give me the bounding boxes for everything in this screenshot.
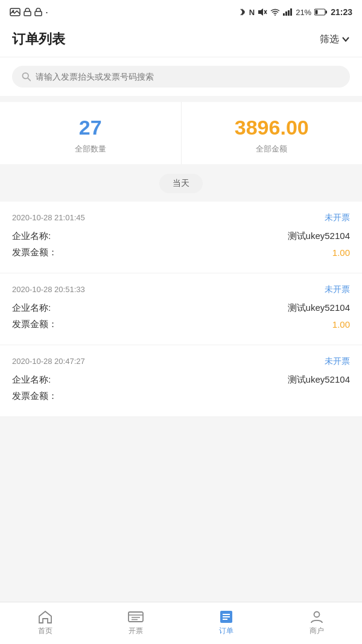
status-dot: · bbox=[45, 6, 48, 19]
page-header: 订单列表 筛选 bbox=[0, 22, 362, 57]
stat-count: 27 全部数量 bbox=[0, 102, 181, 164]
order-company-label: 企业名称: bbox=[12, 231, 51, 242]
svg-rect-17 bbox=[129, 612, 143, 622]
mute-icon bbox=[258, 8, 267, 16]
filter-tag-section: 当天 bbox=[0, 164, 362, 198]
nfc-icon: N bbox=[249, 8, 255, 17]
wifi-icon bbox=[270, 8, 280, 16]
svg-rect-3 bbox=[35, 11, 42, 16]
stat-count-label: 全部数量 bbox=[75, 144, 106, 155]
order-company-value: 测试ukey52104 bbox=[288, 231, 350, 242]
order-item[interactable]: 2020-10-28 21:01:45 未开票 企业名称: 测试ukey5210… bbox=[0, 202, 362, 273]
ticket-icon bbox=[128, 610, 144, 623]
order-status: 未开票 bbox=[325, 284, 350, 295]
filter-button[interactable]: 筛选 bbox=[320, 33, 350, 46]
svg-rect-2 bbox=[24, 11, 31, 16]
order-company-value: 测试ukey52104 bbox=[288, 374, 350, 386]
order-amount-value: 1.00 bbox=[332, 247, 350, 258]
lock1-icon bbox=[24, 8, 31, 16]
search-icon bbox=[22, 72, 31, 81]
nav-item-ticket[interactable]: 开票 bbox=[91, 602, 181, 644]
nav-item-home[interactable]: 首页 bbox=[0, 602, 91, 644]
status-time: 21:23 bbox=[331, 7, 352, 17]
battery-icon bbox=[314, 8, 328, 16]
order-item[interactable]: 2020-10-28 20:51:33 未开票 企业名称: 测试ukey5210… bbox=[0, 273, 362, 345]
nav-item-merchant[interactable]: 商户 bbox=[272, 602, 362, 644]
home-icon bbox=[38, 610, 52, 623]
chevron-down-icon bbox=[341, 35, 350, 43]
bottom-nav: 首页 开票 订单 商户 bbox=[0, 602, 362, 644]
nav-home-label: 首页 bbox=[38, 626, 52, 636]
nav-order-label: 订单 bbox=[219, 626, 233, 636]
order-company-value: 测试ukey52104 bbox=[288, 302, 350, 314]
bluetooth-icon bbox=[239, 7, 246, 17]
svg-rect-10 bbox=[288, 10, 290, 16]
order-status: 未开票 bbox=[325, 212, 350, 223]
merchant-icon bbox=[310, 610, 324, 623]
image-icon bbox=[10, 8, 21, 16]
order-datetime: 2020-10-28 20:47:27 bbox=[12, 357, 85, 366]
status-bar: · N 21% bbox=[0, 0, 362, 22]
order-list: 2020-10-28 21:01:45 未开票 企业名称: 测试ukey5210… bbox=[0, 202, 362, 417]
search-bar[interactable] bbox=[12, 66, 350, 88]
svg-point-25 bbox=[314, 612, 320, 617]
nav-item-order[interactable]: 订单 bbox=[181, 602, 272, 644]
svg-point-7 bbox=[275, 14, 276, 16]
order-status: 未开票 bbox=[325, 356, 350, 367]
nav-ticket-label: 开票 bbox=[129, 626, 143, 636]
svg-rect-11 bbox=[290, 8, 292, 16]
order-company-label: 企业名称: bbox=[12, 302, 51, 314]
svg-rect-8 bbox=[283, 13, 285, 16]
page-title: 订单列表 bbox=[12, 30, 65, 48]
nav-merchant-label: 商户 bbox=[310, 626, 324, 636]
order-amount-value: 1.00 bbox=[332, 319, 350, 330]
status-icons-left: · bbox=[10, 6, 48, 19]
order-item[interactable]: 2020-10-28 20:47:27 未开票 企业名称: 测试ukey5210… bbox=[0, 345, 362, 417]
order-datetime: 2020-10-28 20:51:33 bbox=[12, 285, 85, 294]
filter-tag[interactable]: 当天 bbox=[159, 174, 203, 193]
stat-amount: 3896.00 全部金额 bbox=[181, 102, 363, 164]
stats-section: 27 全部数量 3896.00 全部金额 bbox=[0, 102, 362, 164]
svg-rect-14 bbox=[316, 10, 318, 14]
order-amount-label: 发票金额： bbox=[12, 391, 57, 402]
status-icons-right: N 21% 21:23 bbox=[239, 7, 352, 17]
order-amount-label: 发票金额： bbox=[12, 319, 57, 330]
search-input[interactable] bbox=[36, 72, 340, 81]
svg-rect-13 bbox=[326, 11, 328, 14]
signal-icon bbox=[283, 8, 293, 16]
stat-amount-label: 全部金额 bbox=[256, 144, 287, 155]
filter-label: 筛选 bbox=[320, 33, 339, 46]
order-icon bbox=[219, 610, 233, 623]
lock2-icon bbox=[34, 8, 42, 16]
svg-line-16 bbox=[28, 78, 30, 80]
battery-percent: 21% bbox=[296, 8, 311, 17]
stat-amount-value: 3896.00 bbox=[235, 115, 309, 140]
svg-rect-9 bbox=[285, 11, 287, 16]
search-section bbox=[0, 57, 362, 96]
stat-count-value: 27 bbox=[79, 115, 102, 140]
order-company-label: 企业名称: bbox=[12, 374, 51, 386]
svg-marker-4 bbox=[258, 8, 263, 16]
order-amount-label: 发票金额： bbox=[12, 247, 57, 258]
order-datetime: 2020-10-28 21:01:45 bbox=[12, 213, 85, 222]
